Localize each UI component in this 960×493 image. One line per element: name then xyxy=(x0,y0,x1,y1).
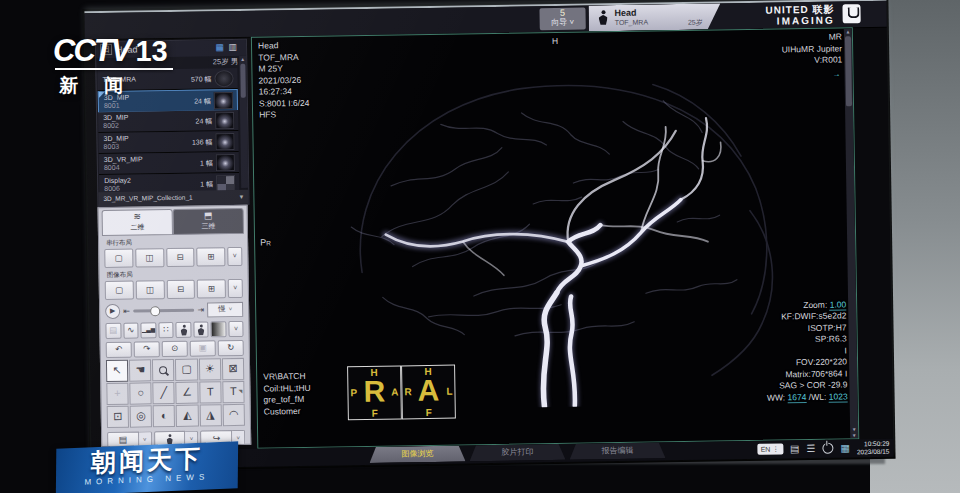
histogram-tool-button[interactable]: ▁▃▅ xyxy=(141,322,157,338)
scrollbar-thumb[interactable] xyxy=(240,64,246,98)
channel-number: 13 xyxy=(135,37,167,66)
pan-tool-button[interactable]: ☚ xyxy=(129,359,152,381)
reset-rotate-button[interactable]: ↻ xyxy=(218,340,244,356)
collapse-icon[interactable]: ▼ xyxy=(238,190,244,204)
magnify-button[interactable]: ◎ xyxy=(130,405,153,427)
layout-hsplit-button[interactable]: ⊟ xyxy=(166,248,195,267)
patient-tab[interactable]: Head TOF_MRA 25岁 xyxy=(588,3,720,31)
text-arrow-tool-button[interactable]: T◥ xyxy=(222,381,244,403)
colormap-dropdown[interactable]: ˅ xyxy=(228,321,243,337)
curve-tool-button[interactable]: ∿ xyxy=(123,323,139,339)
ww-label: WW: xyxy=(767,392,785,402)
grid-view-icon[interactable]: ▦ xyxy=(215,42,224,52)
img-layout-grid-button[interactable]: ⊞ xyxy=(197,279,226,298)
crosshair-tool-button[interactable]: + xyxy=(106,383,128,405)
film-queue-icon[interactable]: ▤ xyxy=(790,443,800,455)
series-id: 8003 xyxy=(104,143,120,150)
series-thumbnail xyxy=(214,92,233,109)
tab-3d[interactable]: ⬒ 三维 xyxy=(173,208,244,235)
img-layout-1x1-button[interactable]: ▢ xyxy=(105,281,134,300)
redo-button[interactable]: ↷ xyxy=(134,341,160,357)
tab-image-browse[interactable]: 图像浏览 xyxy=(369,445,465,463)
layout-more-dropdown[interactable]: ˅ xyxy=(227,247,242,266)
logo-divider xyxy=(55,68,173,70)
series-thumbnail xyxy=(215,112,234,129)
series-item-8002[interactable]: 3D_MIP 8002 24 幅 xyxy=(98,110,238,133)
series-item-8003[interactable]: 3D_MIP 8003 136 幅 xyxy=(98,131,238,154)
orientation-label-superior: H xyxy=(552,36,558,48)
serial-layout-row: ▢ ◫ ⊟ ⊞ ˅ xyxy=(104,247,242,268)
body-marker-button[interactable] xyxy=(176,322,192,338)
cine-player: ▶ ⇤ ⇥ 慢˅ xyxy=(105,302,243,319)
sidebar-scrollbar[interactable]: ▲ xyxy=(239,56,248,188)
tab-report-edit[interactable]: 报告编辑 xyxy=(569,442,665,460)
box-zoom-button[interactable]: ⊡ xyxy=(107,406,129,428)
series-item-8004[interactable]: 3D_VR_MIP 8004 1 幅 xyxy=(99,152,239,175)
more-dots-icon: ⋮ xyxy=(772,445,779,452)
text-tool-button[interactable]: T xyxy=(199,381,222,403)
body-range-button[interactable] xyxy=(193,321,209,337)
scroll-down-icon[interactable]: ▼ xyxy=(850,432,858,438)
invert-button[interactable]: ◐ xyxy=(153,405,175,427)
tab-2d[interactable]: ≋ 二维 xyxy=(102,209,173,236)
chevron-down-icon: ˅ xyxy=(229,306,233,312)
step-forward-button[interactable]: ⇥ xyxy=(197,305,204,314)
scrollbar-thumb[interactable] xyxy=(845,36,852,106)
angle-tool-button[interactable]: ∠ xyxy=(176,382,199,404)
wl-value: 1023 xyxy=(829,391,848,402)
cursor-tool-button[interactable]: ↖ xyxy=(106,360,128,382)
matrix-tool-button[interactable]: ∷ xyxy=(158,322,174,338)
nav-arrow-icon[interactable]: → xyxy=(832,68,840,80)
language-indicator[interactable]: EN ⋮ xyxy=(757,443,783,454)
tool-panel: ≋ 二维 ⬒ 三维 串行布局 ▢ ◫ ⊟ ⊞ ˅ 图像布局 ▢ ◫ ⊟ xyxy=(98,205,252,447)
layout-1x1-button[interactable]: ▢ xyxy=(104,249,133,268)
layout-grid-button[interactable]: ⊞ xyxy=(196,247,225,266)
collection-bar[interactable]: 3D_MR_VR_MIP_Collection_1 ▼ xyxy=(98,190,248,206)
layout-vsplit-button[interactable]: ◫ xyxy=(135,248,164,267)
zoom-label: Zoom: xyxy=(803,299,827,309)
delete-roi-button[interactable]: ⊠ xyxy=(222,358,244,380)
line-tool-button[interactable]: ╱ xyxy=(153,382,175,404)
roi-select-button[interactable]: ▢ xyxy=(175,359,198,381)
colormap-button[interactable] xyxy=(211,321,227,337)
flip-vertical-button[interactable]: ◮ xyxy=(199,404,222,426)
cine-slider[interactable] xyxy=(133,309,195,313)
zoom-tool-button[interactable] xyxy=(152,359,174,381)
wizard-step-button[interactable]: 5 向导 ˅ xyxy=(539,7,585,30)
series-name: Display2 xyxy=(104,177,131,184)
zoom-value: 1.00 xyxy=(830,299,847,310)
task-list-icon[interactable]: ☰ xyxy=(806,442,815,454)
arrow-mark-icon: ◥ xyxy=(238,382,242,401)
series-name: 3D_MIP xyxy=(103,114,128,121)
series-id: 8004 xyxy=(104,164,120,171)
ellipse-tool-button[interactable]: ○ xyxy=(129,382,152,404)
mra-brain-image xyxy=(318,57,809,411)
orientation-cube-anterior: H R A L F xyxy=(401,365,456,420)
patient-icon xyxy=(598,10,607,25)
img-layout-vsplit-button[interactable]: ◫ xyxy=(135,280,164,299)
step-back-button[interactable]: ⇤ xyxy=(123,307,130,316)
toolbox-icon[interactable]: ▦ xyxy=(840,442,850,454)
rotate-arc-button[interactable]: ◠ xyxy=(222,404,244,426)
system-clock: 10:50:29 2023/08/15 xyxy=(857,440,890,456)
img-layout-more-dropdown[interactable]: ˅ xyxy=(228,279,243,298)
flip-horizontal-button[interactable]: ◭ xyxy=(176,405,199,427)
play-button[interactable]: ▶ xyxy=(105,304,120,319)
power-icon[interactable] xyxy=(822,443,833,454)
tab-film-print[interactable]: 胶片打印 xyxy=(469,444,565,462)
speed-select[interactable]: 慢˅ xyxy=(207,302,243,318)
scroll-up-icon[interactable]: ▲ xyxy=(844,28,852,34)
save-tool-button[interactable]: ▤ xyxy=(105,323,121,339)
image-viewport[interactable]: Head TOF_MRA M 25Y 2021/03/26 16:27:34 S… xyxy=(251,27,859,448)
series-id: 8001 xyxy=(104,102,120,109)
scroll-up-icon[interactable]: ▲ xyxy=(239,56,246,62)
img-layout-hsplit-button[interactable]: ⊟ xyxy=(166,280,195,299)
copy-button[interactable]: ▣ xyxy=(190,340,216,356)
cine-slider-knob[interactable] xyxy=(150,306,160,316)
list-view-icon[interactable]: ▥ xyxy=(228,42,237,52)
undo-button[interactable]: ↶ xyxy=(106,342,132,358)
orientation-label-posterior: PR xyxy=(260,237,271,249)
united-imaging-logo-text: UNITED 联影 IMAGING xyxy=(765,4,834,27)
window-level-button[interactable]: ☀ xyxy=(199,358,222,380)
sync-button[interactable]: ⊙ xyxy=(162,341,188,357)
